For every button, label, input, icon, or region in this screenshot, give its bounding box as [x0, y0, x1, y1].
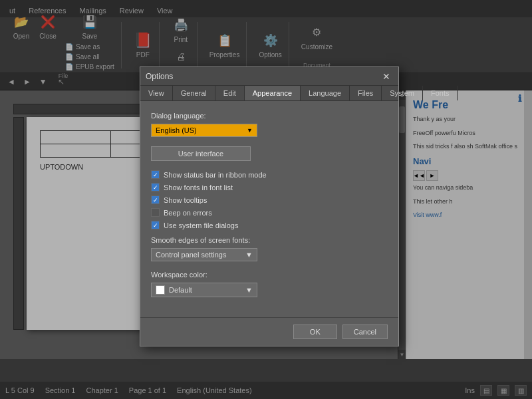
modal-overlay: Options ✕ View General Edit Appearance L…: [0, 0, 532, 399]
dialog-footer: OK Cancel: [140, 317, 398, 346]
tab-view[interactable]: View: [140, 86, 173, 100]
checkbox-show-tooltips[interactable]: ✓ Show tooltips: [151, 196, 388, 204]
checkbox-icon-show-fonts[interactable]: ✓: [151, 183, 160, 192]
tab-edit[interactable]: Edit: [215, 86, 245, 100]
workspace-color-label: Workspace color:: [151, 271, 388, 279]
checkbox-icon-show-tooltips[interactable]: ✓: [151, 196, 160, 204]
checkbox-show-fonts[interactable]: ✓ Show fonts in font list: [151, 183, 388, 192]
checkbox-show-status-bar[interactable]: ✓ Show status bar in ribbon mode: [151, 170, 388, 179]
workspace-color-value: Default: [169, 286, 192, 294]
smooth-fonts-arrow: ▼: [245, 251, 253, 259]
user-interface-button[interactable]: User interface: [151, 146, 251, 161]
checkbox-label-beep-on-errors: Beep on errors: [164, 209, 212, 217]
dialog-tabs: View General Edit Appearance Language Fi…: [140, 86, 398, 101]
tab-files[interactable]: Files: [350, 86, 382, 100]
language-select-value: English (US): [156, 126, 197, 134]
checkbox-label-show-fonts: Show fonts in font list: [164, 184, 233, 192]
tab-fonts[interactable]: Fonts: [423, 86, 458, 100]
checkbox-icon-use-system-dialogs[interactable]: ✓: [151, 221, 160, 229]
smooth-fonts-select[interactable]: Control panel settings ▼: [151, 248, 257, 261]
tab-system[interactable]: System: [382, 86, 423, 100]
checkbox-use-system-dialogs[interactable]: ✓ Use system file dialogs: [151, 221, 388, 229]
language-select[interactable]: English (US) ▼: [151, 124, 257, 137]
tab-language[interactable]: Language: [301, 86, 350, 100]
workspace-color-arrow: ▼: [245, 286, 253, 294]
smooth-fonts-label: Smooth edges of screen fonts:: [151, 236, 388, 244]
checkbox-icon-show-status-bar[interactable]: ✓: [151, 170, 160, 179]
checkbox-label-use-system-dialogs: Use system file dialogs: [164, 221, 239, 229]
smooth-fonts-value: Control panel settings: [156, 251, 226, 259]
checkbox-label-show-tooltips: Show tooltips: [164, 196, 207, 204]
workspace-color-swatch: [156, 285, 165, 295]
dialog-titlebar: Options ✕: [140, 67, 398, 86]
language-label: Dialog language:: [151, 112, 388, 120]
checkbox-label-show-status-bar: Show status bar in ribbon mode: [164, 171, 267, 179]
tab-appearance[interactable]: Appearance: [245, 86, 301, 100]
options-dialog: Options ✕ View General Edit Appearance L…: [140, 66, 399, 346]
dialog-body: Dialog language: English (US) ▼ User int…: [140, 101, 398, 317]
tab-general[interactable]: General: [173, 86, 215, 100]
language-select-arrow: ▼: [247, 127, 253, 134]
workspace-color-select[interactable]: Default ▼: [151, 283, 257, 297]
dialog-title: Options: [146, 72, 173, 81]
checkbox-beep-on-errors[interactable]: Beep on errors: [151, 208, 388, 217]
ok-button[interactable]: OK: [293, 325, 337, 339]
dialog-close-button[interactable]: ✕: [380, 70, 393, 83]
checkbox-icon-beep-on-errors[interactable]: [151, 208, 160, 217]
cancel-button[interactable]: Cancel: [342, 325, 388, 339]
